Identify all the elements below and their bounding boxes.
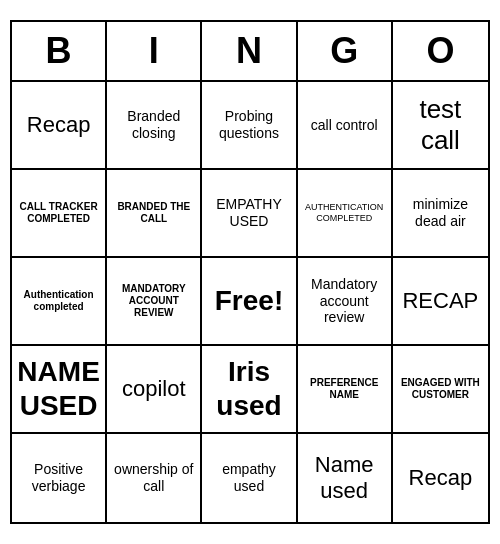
bingo-cell: Name used bbox=[298, 434, 393, 522]
bingo-cell: Iris used bbox=[202, 346, 297, 434]
bingo-cell: NAME USED bbox=[12, 346, 107, 434]
bingo-cell: ENGAGED WITH CUSTOMER bbox=[393, 346, 488, 434]
bingo-cell: Probing questions bbox=[202, 82, 297, 170]
bingo-cell: BRANDED THE CALL bbox=[107, 170, 202, 258]
bingo-cell: Positive verbiage bbox=[12, 434, 107, 522]
bingo-cell: PREFERENCE NAME bbox=[298, 346, 393, 434]
bingo-cell: RECAP bbox=[393, 258, 488, 346]
header-letter: O bbox=[393, 22, 488, 80]
bingo-cell: call control bbox=[298, 82, 393, 170]
bingo-card: BINGO RecapBranded closingProbing questi… bbox=[10, 20, 490, 524]
bingo-cell: minimize dead air bbox=[393, 170, 488, 258]
bingo-cell: Branded closing bbox=[107, 82, 202, 170]
bingo-cell: Free! bbox=[202, 258, 297, 346]
bingo-cell: Recap bbox=[12, 82, 107, 170]
bingo-header: BINGO bbox=[12, 22, 488, 82]
header-letter: B bbox=[12, 22, 107, 80]
bingo-cell: Authentication completed bbox=[12, 258, 107, 346]
bingo-grid: RecapBranded closingProbing questionscal… bbox=[12, 82, 488, 522]
bingo-cell: Recap bbox=[393, 434, 488, 522]
bingo-cell: EMPATHY USED bbox=[202, 170, 297, 258]
bingo-cell: Mandatory account review bbox=[298, 258, 393, 346]
bingo-cell: test call bbox=[393, 82, 488, 170]
bingo-cell: ownership of call bbox=[107, 434, 202, 522]
bingo-cell: empathy used bbox=[202, 434, 297, 522]
header-letter: I bbox=[107, 22, 202, 80]
bingo-cell: CALL TRACKER COMPLETED bbox=[12, 170, 107, 258]
header-letter: G bbox=[298, 22, 393, 80]
bingo-cell: copilot bbox=[107, 346, 202, 434]
header-letter: N bbox=[202, 22, 297, 80]
bingo-cell: MANDATORY ACCOUNT REVIEW bbox=[107, 258, 202, 346]
bingo-cell: AUTHENTICATION COMPLETED bbox=[298, 170, 393, 258]
